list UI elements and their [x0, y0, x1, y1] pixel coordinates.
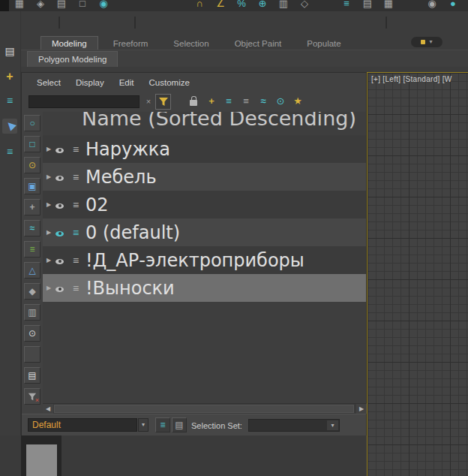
layer-explorer-toggle-icon[interactable]: ▦ — [378, 0, 399, 11]
layer-icon: ≡ — [69, 143, 82, 155]
eye-icon — [56, 203, 64, 209]
viewport-label[interactable]: [+] [Left] [Standard] [W — [371, 75, 467, 83]
filter-funnel-button[interactable] — [155, 94, 171, 110]
expand-arrow-icon[interactable]: ▶ — [46, 285, 54, 291]
ribbon-tab-freeform[interactable]: Freeform — [103, 37, 159, 50]
layer-name[interactable]: 0 (default) — [86, 222, 180, 243]
ribbon-tab-modeling[interactable]: Modeling — [40, 36, 98, 50]
menu-display[interactable]: Display — [68, 78, 112, 87]
layer-name[interactable]: !Выноски — [86, 278, 175, 299]
display-materials-button[interactable]: ◆ — [24, 283, 40, 300]
layer-row[interactable]: ▶ ≡ Наружка — [43, 135, 366, 163]
pick-object-layer-icon[interactable]: ⊙ — [274, 95, 287, 108]
expand-arrow-icon[interactable]: ▶ — [46, 201, 54, 208]
make-current-layer-icon[interactable]: ≡ — [239, 95, 253, 108]
expand-arrow-icon[interactable]: ▶ — [46, 173, 54, 180]
open-layer-explorer-button[interactable]: ≡ — [155, 417, 170, 432]
clear-filter-button[interactable]: × — [24, 388, 40, 405]
render-setup-icon[interactable]: ● — [442, 0, 464, 11]
menu-select[interactable]: Select — [29, 78, 68, 87]
move-gizmo-icon[interactable]: + — [2, 69, 17, 84]
layer-properties-icon[interactable]: ★ — [291, 95, 304, 108]
layer-name[interactable]: Наружка — [86, 139, 170, 160]
expand-arrow-icon[interactable]: ▶ — [46, 146, 54, 152]
ribbon-tab-selection[interactable]: Selection — [163, 37, 219, 50]
display-bones-button[interactable]: △ — [24, 262, 40, 279]
create-new-layer-icon[interactable]: + — [205, 95, 218, 108]
display-containers-button[interactable]: ▥ — [24, 304, 40, 321]
layer-row-selected[interactable]: ▶ ≡ !Выноски — [43, 274, 366, 302]
visibility-toggle[interactable] — [56, 198, 68, 212]
select-object-icon[interactable]: ◈ — [30, 0, 51, 11]
named-selection-sets-icon[interactable]: ▥ — [273, 0, 294, 11]
ribbon-pill-icon — [421, 40, 425, 44]
ribbon-tab-object-paint[interactable]: Object Paint — [224, 37, 292, 50]
visibility-toggle[interactable] — [56, 226, 68, 240]
menu-edit[interactable]: Edit — [112, 78, 142, 87]
display-layers-button[interactable]: ≡ — [24, 241, 40, 258]
name-column-header[interactable]: Name (Sorted Descending) — [82, 112, 356, 135]
layer-name[interactable]: Мебель — [86, 167, 157, 188]
lock-cell-editing-icon[interactable] — [190, 100, 197, 106]
ribbon-minimize-button[interactable]: ▾ — [411, 37, 442, 47]
blank-toggle-button[interactable] — [24, 346, 40, 363]
scrollbar-thumb[interactable] — [54, 405, 354, 413]
align-icon[interactable]: ≡ — [336, 0, 357, 11]
scroll-left-button[interactable]: ◀ — [43, 404, 53, 414]
clear-search-icon[interactable]: × — [143, 96, 154, 107]
display-lights-button[interactable]: ⊙ — [24, 157, 40, 173]
add-layer-button[interactable]: ▤ — [172, 417, 187, 432]
display-cameras-button[interactable]: ▣ — [24, 178, 40, 194]
layer-row-current[interactable]: ▶ ≡ 0 (default) — [43, 218, 366, 246]
toolbar-spacer — [399, 0, 422, 11]
scene-explorer-toggle-icon[interactable]: ▤ — [357, 0, 378, 11]
menu-customize[interactable]: Customize — [142, 78, 197, 87]
layer-row[interactable]: ▶ ≡ !Д_АР-электроприборы — [43, 246, 366, 274]
expand-arrow-icon[interactable]: ▶ — [46, 229, 54, 236]
subtab-polygon-modeling[interactable]: Polygon Modeling — [27, 51, 118, 67]
display-helpers-button[interactable]: + — [24, 199, 40, 215]
selection-set-dropdown-arrow[interactable]: ▾ — [327, 420, 338, 430]
horizontal-scrollbar[interactable]: ◀ ▶ — [43, 403, 367, 414]
display-geometry-button[interactable]: ○ — [24, 115, 40, 131]
layers-dock-icon-2[interactable]: ≡ — [2, 144, 17, 159]
select-layer-objects-icon[interactable]: ≈ — [256, 95, 270, 108]
mirror-icon[interactable]: ◇ — [294, 0, 315, 11]
layer-row[interactable]: ▶ ≡ Мебель — [43, 163, 366, 191]
snaps-toggle-icon[interactable]: ∩ — [189, 0, 210, 11]
select-cursor-icon[interactable]: ▶ — [2, 119, 17, 134]
ribbon-tab-bar: Modeling Freeform Selection Object Paint… — [21, 34, 468, 50]
expand-arrow-icon[interactable]: ▶ — [46, 257, 54, 264]
selection-set-dropdown[interactable]: ▾ — [248, 419, 340, 432]
scroll-right-button[interactable]: ▶ — [356, 404, 367, 414]
window-crossing-icon[interactable]: ◉ — [93, 0, 114, 11]
display-space-warps-button[interactable]: ≈ — [24, 220, 40, 236]
visibility-toggle[interactable] — [56, 143, 68, 156]
viewport-left[interactable]: [+] [Left] [Standard] [W — [367, 72, 468, 476]
rectangular-selection-icon[interactable]: □ — [72, 0, 93, 11]
scene-explorer-dock-icon[interactable]: ▤ — [2, 44, 17, 59]
display-shapes-button[interactable]: □ — [24, 136, 40, 152]
column-chooser-button[interactable]: ▤ — [24, 367, 40, 384]
display-frozen-button[interactable]: ⊙ — [24, 325, 40, 342]
visibility-toggle[interactable] — [56, 282, 68, 295]
visibility-toggle[interactable] — [56, 170, 68, 184]
ribbon-tab-populate[interactable]: Populate — [296, 37, 351, 50]
search-input[interactable] — [28, 95, 140, 108]
percent-snap-icon[interactable]: % — [231, 0, 252, 11]
add-to-new-layer-icon[interactable]: ≡ — [222, 95, 236, 108]
layer-name[interactable]: 02 — [86, 194, 109, 215]
angle-snap-icon[interactable]: ∠ — [210, 0, 231, 11]
spinner-snap-icon[interactable]: ⊕ — [252, 0, 273, 11]
toolbar-spacer — [315, 0, 336, 11]
visibility-toggle[interactable] — [56, 254, 68, 267]
current-layer-combo[interactable]: Default — [28, 418, 137, 432]
layer-row[interactable]: ▶ ≡ 02 — [43, 191, 366, 218]
current-layer-combo-arrow[interactable]: ▾ — [138, 418, 148, 432]
layer-name[interactable]: !Д_АР-электроприборы — [86, 250, 304, 271]
layers-dock-icon[interactable]: ≡ — [2, 93, 17, 108]
selection-filter-icon[interactable]: ▦ — [9, 0, 30, 11]
curve-editor-icon[interactable]: ◉ — [422, 0, 442, 11]
layer-icon: ≡ — [69, 255, 82, 267]
select-by-name-icon[interactable]: ▤ — [51, 0, 72, 11]
